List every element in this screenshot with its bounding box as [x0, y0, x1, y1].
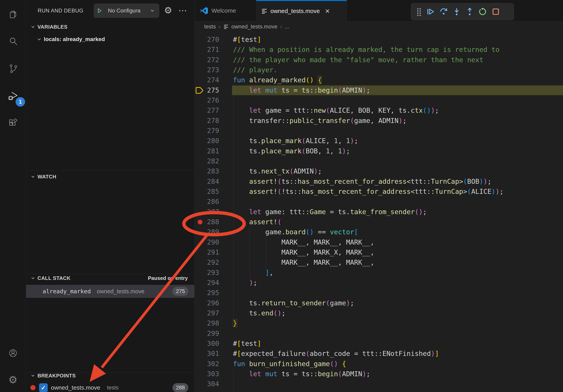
gutter[interactable]: 271	[194, 45, 232, 55]
gutter[interactable]: 279	[194, 126, 232, 136]
gutter[interactable]: 295	[194, 288, 232, 298]
code-text[interactable]	[232, 126, 563, 136]
code-text[interactable]: fun burn_unfinished_game() {	[232, 359, 563, 369]
code-line-282[interactable]: 282	[194, 156, 563, 166]
code-line-303[interactable]: 303 let mut ts = ts::begin(ADMIN);	[194, 369, 563, 379]
search-icon[interactable]	[0, 32, 26, 51]
gutter[interactable]: 303	[194, 369, 232, 379]
code-line-300[interactable]: 300#[test]	[194, 339, 563, 349]
code-text[interactable]: ts.place_mark(BOB, 1, 1);	[232, 146, 563, 156]
extensions-icon[interactable]	[0, 114, 26, 133]
variables-locals-row[interactable]: locals: already_marked	[26, 34, 194, 45]
step-into-button[interactable]	[450, 5, 463, 19]
gutter[interactable]: 273	[194, 65, 232, 75]
code-line-286[interactable]: 286	[194, 196, 563, 207]
gutter[interactable]: 290	[194, 237, 232, 247]
code-text[interactable]: }	[232, 318, 563, 328]
code-line-304[interactable]: 304	[194, 379, 563, 389]
variables-section-header[interactable]: VARIABLES	[26, 21, 194, 33]
gutter[interactable]: 293	[194, 268, 232, 278]
code-text[interactable]: MARK__, MARK__, MARK__,	[232, 237, 563, 247]
gutter[interactable]: 283	[194, 166, 232, 176]
launch-configuration-button[interactable]: No Configura	[94, 3, 159, 18]
continue-button[interactable]	[424, 5, 437, 19]
code-line-270[interactable]: 270#[test]	[194, 35, 563, 45]
gutter[interactable]: 301	[194, 349, 232, 359]
code-line-296[interactable]: 296 ts.return_to_sender(game);	[194, 298, 563, 308]
tab-owned-tests-move[interactable]: owned_tests.move ✕	[256, 0, 347, 21]
gutter[interactable]: 284	[194, 176, 232, 186]
code-text[interactable]	[232, 95, 563, 105]
gutter[interactable]: 298	[194, 318, 232, 328]
gutter[interactable]: 292	[194, 257, 232, 267]
code-line-284[interactable]: 284 assert!(ts::has_most_recent_for_addr…	[194, 176, 563, 186]
gutter[interactable]: 280	[194, 136, 232, 146]
gutter[interactable]: 291	[194, 247, 232, 257]
code-text[interactable]: /// player.	[232, 65, 563, 75]
source-control-icon[interactable]	[0, 59, 26, 78]
code-text[interactable]	[232, 288, 563, 298]
breakpoint-list-item[interactable]: ✓ owned_tests.move tests 288	[26, 382, 194, 392]
gutter[interactable]: 297	[194, 308, 232, 318]
breakpoints-section-header[interactable]: BREAKPOINTS	[26, 370, 194, 381]
breakpoint-dot-icon[interactable]	[198, 220, 202, 224]
ellipsis-icon[interactable]: ⋯	[176, 3, 190, 18]
code-line-275[interactable]: 275 let mut ts = ts::begin(ADMIN);	[194, 85, 563, 95]
code-text[interactable]	[232, 379, 563, 389]
drag-handle-icon[interactable]: ⣿	[414, 5, 424, 19]
code-text[interactable]: let game = ttt::new(ALICE, BOB, KEY, ts.…	[232, 105, 563, 116]
breadcrumb-item-more[interactable]: ...	[285, 24, 289, 30]
gutter[interactable]: 285	[194, 186, 232, 196]
code-line-292[interactable]: 292 MARK__, MARK__, MARK__,	[194, 257, 563, 267]
code-text[interactable]: assert!(!ts::has_most_recent_for_address…	[232, 186, 563, 196]
gutter[interactable]: 289	[194, 227, 232, 237]
code-line-276[interactable]: 276	[194, 95, 563, 105]
code-text[interactable]: let mut ts = ts::begin(ADMIN);	[232, 85, 563, 95]
code-line-297[interactable]: 297 ts.end();	[194, 308, 563, 318]
step-over-button[interactable]	[437, 5, 450, 19]
code-text[interactable]: ],	[232, 268, 563, 278]
code-line-294[interactable]: 294 );	[194, 278, 563, 288]
tab-welcome[interactable]: Welcome	[194, 0, 256, 21]
code-text[interactable]: fun already_marked() {	[232, 75, 563, 85]
code-line-283[interactable]: 283 ts.next_tx(ADMIN);	[194, 166, 563, 176]
settings-gear-icon[interactable]: ⚙	[0, 370, 26, 389]
code-line-301[interactable]: 301#[expected_failure(abort_code = ttt::…	[194, 349, 563, 359]
code-text[interactable]: transfer::public_transfer(game, ADMIN);	[232, 116, 563, 126]
code-text[interactable]: ts.end();	[232, 308, 563, 318]
code-text[interactable]: #[test]	[232, 339, 563, 349]
gutter[interactable]: 270	[194, 35, 232, 45]
breadcrumb-item-file[interactable]: owned_tests.move	[231, 24, 277, 30]
account-icon[interactable]	[0, 344, 26, 363]
code-text[interactable]: #[test]	[232, 35, 563, 45]
gutter[interactable]: 302	[194, 359, 232, 369]
gutter[interactable]: 294	[194, 278, 232, 288]
code-line-279[interactable]: 279	[194, 126, 563, 136]
call-stack-section-header[interactable]: CALL STACK Paused on entry	[26, 272, 194, 284]
gutter[interactable]: 304	[194, 379, 232, 389]
code-line-289[interactable]: 289 game.board() == vector[	[194, 227, 563, 237]
gutter[interactable]: 278	[194, 116, 232, 126]
call-stack-frame-row[interactable]: already_marked owned_tests.move 275	[26, 285, 194, 298]
code-text[interactable]: assert!(ts::has_most_recent_for_address<…	[232, 176, 563, 186]
gutter[interactable]: 272	[194, 55, 232, 65]
code-text[interactable]: );	[232, 278, 563, 288]
code-line-277[interactable]: 277 let game = ttt::new(ALICE, BOB, KEY,…	[194, 105, 563, 116]
code-text[interactable]	[232, 156, 563, 166]
breadcrumb-item-tests[interactable]: tests	[204, 24, 216, 30]
code-line-295[interactable]: 295	[194, 288, 563, 298]
code-line-278[interactable]: 278 transfer::public_transfer(game, ADMI…	[194, 116, 563, 126]
close-icon[interactable]: ✕	[325, 8, 330, 15]
code-text[interactable]	[232, 328, 563, 339]
code-text[interactable]: /// When a position is already marked, t…	[232, 45, 563, 55]
code-area[interactable]: 270#[test]271/// When a position is alre…	[194, 35, 563, 389]
code-line-293[interactable]: 293 ],	[194, 268, 563, 278]
code-text[interactable]: ts.return_to_sender(game);	[232, 298, 563, 308]
configuration-dropdown[interactable]: No Configura	[105, 8, 149, 14]
code-line-299[interactable]: 299	[194, 328, 563, 339]
gutter[interactable]: 286	[194, 196, 232, 207]
code-line-285[interactable]: 285 assert!(!ts::has_most_recent_for_add…	[194, 186, 563, 196]
step-out-button[interactable]	[463, 5, 476, 19]
gutter[interactable]: 287	[194, 207, 232, 217]
stop-button[interactable]	[489, 5, 502, 19]
